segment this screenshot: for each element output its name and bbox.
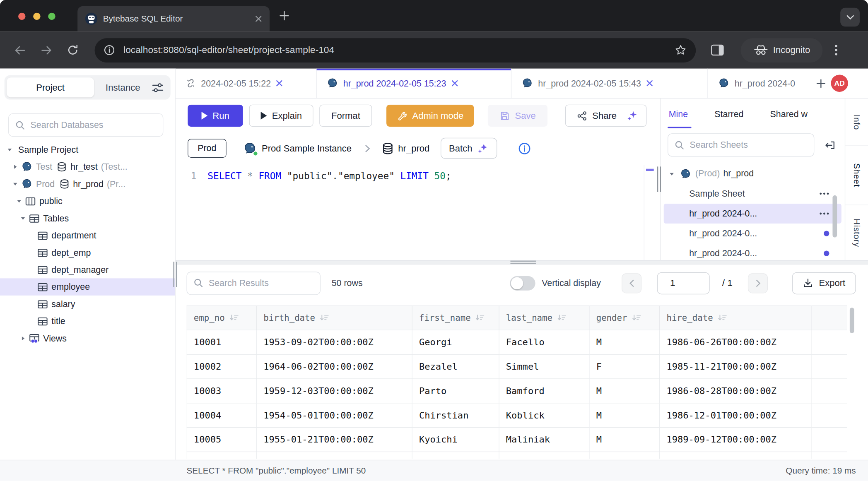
panel-resize-handle[interactable] xyxy=(657,166,661,192)
more-menu-icon[interactable] xyxy=(819,192,829,195)
results-search-input[interactable] xyxy=(209,278,314,288)
tab-search-chevron-button[interactable] xyxy=(840,8,860,26)
instance-name[interactable]: Prod Sample Instance xyxy=(262,143,352,154)
sheet-item-selected[interactable]: hr_prod 2024-0... xyxy=(664,204,841,224)
database-name[interactable]: hr_prod xyxy=(398,143,429,154)
sql-code-editor[interactable]: 1 SELECT * FROM "public"."employee" LIMI… xyxy=(176,164,661,260)
database-search[interactable] xyxy=(8,113,163,137)
editor-tab-unsaved[interactable]: 2024-02-05 15:22 xyxy=(176,69,317,98)
bookmark-star-icon[interactable] xyxy=(674,44,687,57)
splitter-drag-handle[interactable] xyxy=(510,261,535,264)
column-header[interactable]: last_name xyxy=(506,313,552,323)
caret-down-icon[interactable] xyxy=(666,171,676,177)
window-close-button[interactable] xyxy=(18,13,25,20)
caret-down-icon[interactable] xyxy=(5,147,14,153)
sort-icon[interactable] xyxy=(718,314,727,321)
tree-item-tables-group[interactable]: Tables xyxy=(0,210,175,227)
sheet-group-header[interactable]: (Prod) hr_prod xyxy=(661,164,845,184)
explain-button[interactable]: Explain xyxy=(249,105,313,127)
tab-starred[interactable]: Starred xyxy=(714,99,743,130)
editor-tab-3[interactable]: hr_prod 2024-02-05 15:43 xyxy=(511,69,708,98)
rail-tab-info[interactable]: Info xyxy=(845,99,868,146)
sheet-search-input[interactable] xyxy=(690,140,808,150)
sort-icon[interactable] xyxy=(320,314,329,321)
table-row[interactable]: 100031959-12-03T00:00:00ZPartoBamfordM19… xyxy=(187,379,847,403)
editor-tab-4[interactable]: hr_prod 2024-0 xyxy=(708,69,809,98)
rail-tab-sheet[interactable]: Sheet xyxy=(845,146,868,205)
tab-close-icon[interactable] xyxy=(255,15,262,22)
tree-item-table-title[interactable]: title xyxy=(0,313,175,329)
share-button[interactable]: Share xyxy=(565,105,647,127)
tree-item-project[interactable]: Sample Project xyxy=(0,141,175,158)
tab-instance[interactable]: Instance xyxy=(94,82,152,93)
close-icon[interactable] xyxy=(451,79,458,87)
table-scrollbar[interactable] xyxy=(850,308,854,333)
window-zoom-button[interactable] xyxy=(48,13,55,20)
results-splitter[interactable] xyxy=(176,260,868,265)
window-controls[interactable] xyxy=(18,13,55,20)
tree-item-table-dept-manager[interactable]: dept_manager xyxy=(0,261,175,278)
column-header[interactable]: first_name xyxy=(419,313,471,323)
sheet-list-scrollbar[interactable] xyxy=(832,195,837,238)
sort-icon[interactable] xyxy=(230,314,239,321)
caret-down-icon[interactable] xyxy=(15,198,23,204)
site-info-icon[interactable] xyxy=(104,44,115,56)
column-header[interactable]: emp_no xyxy=(194,313,225,323)
table-row[interactable]: 100061953-04-20T00:00:00ZAnnekePreusigF1… xyxy=(187,452,847,459)
tree-item-schema-public[interactable]: public xyxy=(0,192,175,209)
url-text[interactable]: localhost:8080/sql-editor/sheet/project-… xyxy=(123,45,674,56)
reload-icon[interactable] xyxy=(66,44,79,57)
table-row[interactable]: 100021964-06-02T00:00:00ZBezalelSimmelF1… xyxy=(187,354,847,379)
rail-tab-history[interactable]: History xyxy=(845,205,868,260)
column-header[interactable]: gender xyxy=(596,313,627,323)
sheet-item[interactable]: hr_prod 2024-0... xyxy=(664,224,841,243)
sheet-item[interactable]: Sample Sheet xyxy=(664,184,841,204)
environment-chip[interactable]: Prod xyxy=(188,139,226,158)
prev-page-button[interactable] xyxy=(622,273,642,293)
tree-item-table-department[interactable]: department xyxy=(0,227,175,244)
back-icon[interactable] xyxy=(13,43,27,57)
editor-minimap[interactable] xyxy=(644,165,656,260)
next-page-button[interactable] xyxy=(748,273,768,293)
run-button[interactable]: Run xyxy=(188,105,243,127)
close-icon[interactable] xyxy=(276,79,283,87)
vertical-display-toggle[interactable] xyxy=(510,276,535,290)
window-minimize-button[interactable] xyxy=(33,13,40,20)
tree-item-table-salary[interactable]: salary xyxy=(0,296,175,313)
close-icon[interactable] xyxy=(646,79,653,87)
add-sheet-icon[interactable] xyxy=(815,78,827,89)
new-tab-icon[interactable] xyxy=(278,10,290,22)
save-button[interactable]: Save xyxy=(488,105,547,127)
sort-icon[interactable] xyxy=(632,314,641,321)
batch-mode-button[interactable]: Batch xyxy=(441,138,497,159)
results-search[interactable] xyxy=(186,272,320,295)
column-header[interactable]: birth_date xyxy=(263,313,315,323)
export-button[interactable]: Export xyxy=(792,272,856,294)
tree-item-table-employee[interactable]: employee xyxy=(0,278,175,295)
tab-mine[interactable]: Mine xyxy=(669,99,688,130)
sheet-search[interactable] xyxy=(668,133,814,156)
tree-item-views-group[interactable]: Views xyxy=(0,330,175,347)
sheet-item[interactable]: hr_prod 2024-0... xyxy=(664,243,841,260)
collapse-panel-icon[interactable] xyxy=(824,139,836,151)
admin-mode-button[interactable]: Admin mode xyxy=(386,105,474,127)
browser-tab[interactable]: Bytebase SQL Editor xyxy=(77,6,270,31)
caret-down-icon[interactable] xyxy=(19,215,27,221)
filter-sliders-icon[interactable] xyxy=(152,82,164,93)
address-bar[interactable]: localhost:8080/sql-editor/sheet/project-… xyxy=(95,38,696,63)
tree-item-table-dept-emp[interactable]: dept_emp xyxy=(0,244,175,261)
forward-icon[interactable] xyxy=(40,43,53,57)
table-row[interactable]: 100011953-09-02T00:00:00ZGeorgiFacelloM1… xyxy=(187,330,847,354)
browser-menu-icon[interactable] xyxy=(835,44,838,56)
database-search-input[interactable] xyxy=(31,120,157,130)
sort-icon[interactable] xyxy=(557,314,566,321)
caret-down-icon[interactable] xyxy=(11,181,19,187)
table-row[interactable]: 100041954-05-01T00:00:00ZChirstianKoblic… xyxy=(187,403,847,428)
editor-tab-active[interactable]: hr_prod 2024-02-05 15:23 xyxy=(317,69,512,98)
sort-icon[interactable] xyxy=(476,314,485,321)
caret-right-icon[interactable] xyxy=(19,335,27,342)
tree-item-test-db[interactable]: Test hr_test (Test... xyxy=(0,158,175,175)
tab-shared-with-me[interactable]: Shared w xyxy=(770,99,808,130)
tree-item-prod-db[interactable]: Prod hr_prod (Pr... xyxy=(0,176,175,192)
more-menu-icon[interactable] xyxy=(819,212,829,215)
